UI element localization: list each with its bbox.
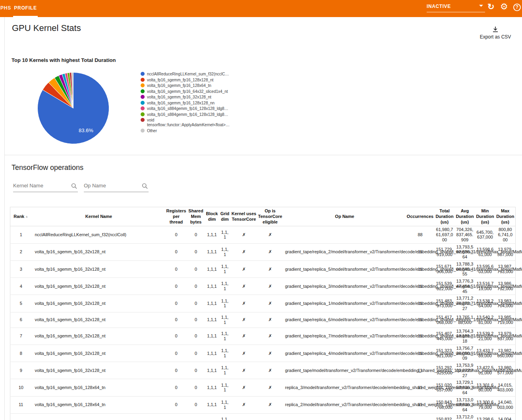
cell-min: 645,700,637,000: [475, 226, 495, 243]
cell-total: 150,832,408,000: [435, 413, 455, 420]
export-csv-button[interactable]: Export as CSV: [478, 26, 513, 40]
cell-rank: 9: [10, 362, 32, 379]
column-header[interactable]: Op is TensorCore eligible: [257, 207, 284, 226]
tab-graphs[interactable]: PHS: [0, 5, 11, 11]
legend-color-dot: [141, 106, 145, 110]
kernel-name-input[interactable]: [13, 179, 78, 192]
cell-op_tensorcore_eligible: ✗: [257, 345, 284, 362]
cell-max: 13,979,537,000: [495, 328, 516, 345]
cell-registers: 0: [166, 278, 187, 295]
column-header[interactable]: Kernel uses TensorCore: [231, 207, 257, 226]
column-header[interactable]: Min Duration (us): [475, 207, 495, 226]
cell-max: 13,979,587,000: [495, 243, 516, 260]
cell-kernel: volta_fp16_sgemm_fp16_32x128_nt: [32, 295, 166, 312]
legend-label: Other: [147, 129, 157, 133]
column-header[interactable]: Shared Mem bytes: [187, 207, 205, 226]
column-header[interactable]: Block dim: [205, 207, 219, 226]
cell-op_name: gradient_tape/replica_6/model/transforme…: [284, 312, 406, 328]
legend-item[interactable]: volta_fp16_sgemm_fp16_64x32_sliced1x4_nt: [141, 89, 220, 94]
legend-item[interactable]: volta_fp16_sgemm_fp16_128x128_nn: [141, 101, 220, 106]
legend-item[interactable]: Other: [141, 129, 220, 133]
cell-registers: 0: [166, 413, 187, 420]
cell-avg: 13,788,300,545.455: [455, 260, 475, 277]
cell-op_name: gradient_tape/replica_1/model/transforme…: [284, 295, 406, 312]
cell-op_name: replica_4/model/transformer_v2/Transform…: [284, 413, 406, 420]
column-header[interactable]: Occurrences: [406, 207, 435, 226]
cell-avg: 13,729,150,636.364: [455, 379, 475, 396]
cell-grid_dim: 1,1,1: [219, 413, 231, 420]
cell-op_name: gradient_tape/replica_7/model/transforme…: [284, 328, 406, 345]
cell-grid_dim: 1,1,1: [219, 396, 231, 413]
legend-label: volta_fp16_sgemm_fp16_128x128_nt: [147, 78, 213, 83]
legend-label: void tensorflow::functor::ApplyAdamKerne…: [147, 118, 230, 127]
legend-item[interactable]: void tensorflow::functor::ApplyAdamKerne…: [141, 118, 220, 127]
legend-item[interactable]: volta_fp16_sgemm_fp16_128x64_tn: [141, 83, 220, 88]
refresh-icon[interactable]: ↻: [487, 2, 495, 12]
cell-op_name: replica_2/model/transformer_v2/Transform…: [284, 396, 406, 413]
cell-avg: 13,793,592,636.364: [455, 243, 475, 260]
legend-item[interactable]: volta_fp16_s884gemm_fp16_128x128_ldg8…: [141, 106, 220, 111]
cell-block_dim: 1,1,1: [205, 295, 219, 312]
table-row: 9volta_fp16_sgemm_fp16_32x128_nt001,1,11…: [10, 362, 516, 379]
cell-op_name: gradient_tape/replica_5/model/transforme…: [284, 260, 406, 277]
cell-op_tensorcore_eligible: ✗: [257, 226, 284, 243]
cell-block_dim: 1,1,1: [205, 396, 219, 413]
cell-max: 13,987,793,000: [495, 260, 516, 277]
op-name-input[interactable]: [84, 179, 149, 192]
download-icon: [492, 26, 499, 33]
table-row: 5volta_fp16_sgemm_fp16_32x128_nt001,1,11…: [10, 295, 516, 312]
cell-op_tensorcore_eligible: ✗: [257, 278, 284, 295]
legend-color-dot: [141, 95, 145, 99]
column-header[interactable]: Avg Duration (us): [455, 207, 475, 226]
cell-grid_dim: 1,1,1: [219, 243, 231, 260]
legend-label: ncclAllReduceRingLLKernel_sum_f32(ncclC…: [147, 72, 229, 77]
cell-registers: 0: [166, 328, 187, 345]
column-header[interactable]: Registers per thread: [166, 207, 187, 226]
column-header[interactable]: Max Duration (us): [495, 207, 516, 226]
column-header[interactable]: Op Name: [284, 207, 406, 226]
column-header[interactable]: Total Duration (us): [435, 207, 455, 226]
cell-kernel: volta_fp16_sgemm_fp16_32x128_nt: [32, 328, 166, 345]
help-icon[interactable]: ?: [513, 4, 521, 11]
cell-block_dim: 1,1,1: [205, 379, 219, 396]
cell-op_name: gradient_tape/replica_3/model/transforme…: [284, 278, 406, 295]
cell-rank: 6: [10, 312, 32, 328]
legend-item[interactable]: ncclAllReduceRingLLKernel_sum_f32(ncclC…: [141, 72, 220, 77]
cell-max: 13,980,577,000: [495, 362, 516, 379]
run-selector[interactable]: INACTIVE: [427, 1, 485, 12]
legend-color-dot: [141, 112, 145, 116]
profile-page: PHS PROFILE INACTIVE ↻ ⚙ ? GPU Kernel St…: [0, 0, 522, 420]
kernel-pie-chart[interactable]: 83.6%: [37, 71, 110, 145]
cell-grid_dim: 1,1,1: [219, 328, 231, 345]
legend-item[interactable]: volta_fp16_sgemm_fp16_32x128_nt: [141, 95, 220, 100]
cell-total: 151,539,822,000: [435, 278, 455, 295]
legend-label: volta_fp16_s884gemm_fp16_128x128_ldg8…: [147, 106, 228, 111]
cell-total: 151,323,921,000: [435, 345, 455, 362]
cell-shared_mem: 0: [187, 362, 205, 379]
cell-kernel_tensorcore: ✗: [231, 295, 257, 312]
table-row: 8volta_fp16_sgemm_fp16_32x128_nt001,1,11…: [10, 345, 516, 362]
cell-block_dim: 1,1,1: [205, 243, 219, 260]
cell-rank: 2: [10, 243, 32, 260]
tab-profile[interactable]: PROFILE: [13, 0, 38, 17]
cell-op_tensorcore_eligible: ✗: [257, 362, 284, 379]
cell-rank: 10: [10, 379, 32, 396]
cell-min: 13,298,622,000: [475, 413, 495, 420]
cell-kernel: volta_fp16_sgemm_fp16_32x128_nt: [32, 312, 166, 328]
cell-registers: 0: [166, 345, 187, 362]
cell-avg: 13,756,720,090.909: [455, 345, 475, 362]
cell-kernel_tensorcore: ✗: [231, 328, 257, 345]
table-row: 2volta_fp16_sgemm_fp16_32x128_nt001,1,11…: [10, 243, 516, 260]
table-row: 10volta_fp16_sgemm_fp16_128x64_tn001,1,1…: [10, 379, 516, 396]
cell-op_tensorcore_eligible: ✗: [257, 295, 284, 312]
legend-item[interactable]: volta_fp16_s884gemm_fp16_128x128_ldg8…: [141, 112, 220, 117]
gear-icon[interactable]: ⚙: [500, 2, 508, 12]
column-header[interactable]: Rank▲: [10, 207, 32, 226]
cell-registers: 0: [166, 396, 187, 413]
cell-rank: 5: [10, 295, 32, 312]
cell-shared_mem: 0: [187, 345, 205, 362]
legend-color-dot: [141, 72, 145, 76]
legend-item[interactable]: volta_fp16_sgemm_fp16_128x128_nt: [141, 78, 220, 83]
column-header[interactable]: Grid dim: [219, 207, 231, 226]
column-header[interactable]: Kernel Name: [32, 207, 166, 226]
